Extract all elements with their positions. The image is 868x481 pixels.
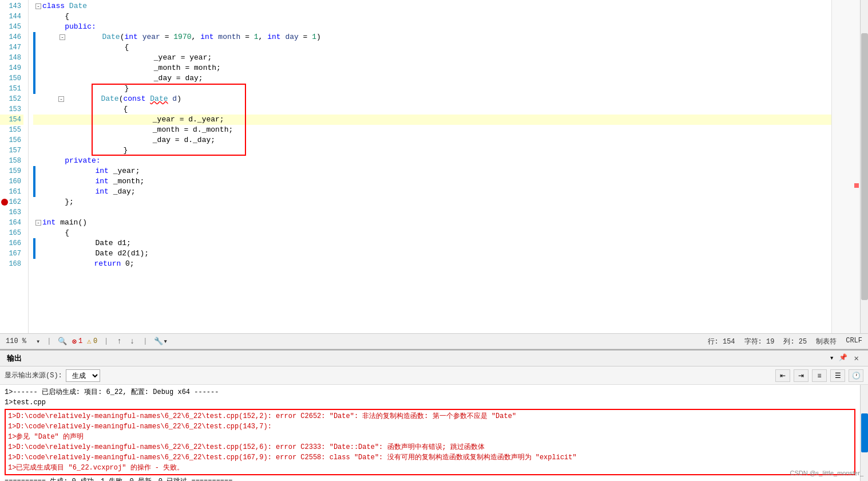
line-number-166: 166 <box>0 238 23 249</box>
output-error-box: 1>D:\code\relatively-meaningful-names\6_… <box>5 409 855 475</box>
code-line-151: } <box>33 84 831 94</box>
code-line-164: -int main() <box>33 218 831 228</box>
code-content[interactable]: -class Date { public:- Date(int year = 1… <box>29 0 831 333</box>
line-number-163: 163 <box>0 207 23 218</box>
output-pin-btn[interactable]: 📌 <box>837 353 850 363</box>
fold-icon-152[interactable]: - <box>58 96 64 102</box>
error-count[interactable]: ⊗ 1 <box>72 337 82 346</box>
code-line-163 <box>33 207 831 218</box>
minimap <box>831 0 860 333</box>
output-error-line: 1>已完成生成项目 "6_22.vcxproj" 的操作 - 失败。 <box>8 463 852 473</box>
code-line-144: { <box>33 11 831 22</box>
output-dropdown-btn[interactable]: ▾ <box>830 353 834 363</box>
line-number-161: 161 <box>0 187 23 197</box>
code-line-143: -class Date <box>33 1 831 11</box>
code-line-145: public: <box>33 22 831 32</box>
output-line: 1>test.cpp <box>5 397 855 408</box>
code-line-162: }; <box>33 197 831 207</box>
output-panel: 输出 ▾ 📌 ✕ 显示输出来源(S): 生成 ⇤ ⇥ ≡ ☰ 🕐 1>-----… <box>0 349 868 481</box>
toolbar-btn-2[interactable]: ⇥ <box>794 369 808 382</box>
code-line-167: Date d2(d1); <box>33 249 831 259</box>
minimap-error-marker <box>854 183 859 188</box>
line-number-143: 143 <box>0 1 23 11</box>
line-number-154: 154 <box>0 115 23 125</box>
line-number-160: 160 <box>0 176 23 187</box>
blue-bar <box>33 187 35 197</box>
toolbar-btn-3[interactable]: ≡ <box>812 369 827 382</box>
status-bar: 110 % ▾ | 🔍 ⊗ 1 ⚠ 0 | ↑ ↓ | 🔧▾ 行: 154 字符… <box>0 333 868 349</box>
line-number-165: 165 <box>0 228 23 238</box>
status-char: 字符: 19 <box>744 337 775 346</box>
error-dot <box>1 199 8 206</box>
line-number-152: 152 <box>0 94 23 104</box>
output-content: 1>------ 已启动生成: 项目: 6_22, 配置: Debug x64 … <box>0 385 860 481</box>
fold-icon-146[interactable]: - <box>60 34 65 40</box>
code-line-158: private: <box>33 156 831 166</box>
output-line: 1>------ 已启动生成: 项目: 6_22, 配置: Debug x64 … <box>5 387 855 397</box>
output-panel-header: 输出 ▾ 📌 ✕ <box>0 350 868 366</box>
blue-bar <box>33 84 35 94</box>
code-line-156: _day = d._day; <box>33 135 831 145</box>
blue-bar <box>33 166 35 176</box>
output-close-btn[interactable]: ✕ <box>852 353 861 363</box>
output-scrollbar-thumb <box>861 413 868 452</box>
line-number-168: 168 <box>0 259 23 269</box>
fold-icon-164[interactable]: - <box>35 220 41 226</box>
code-line-155: _month = d._month; <box>33 125 831 135</box>
toolbar-btn-1[interactable]: ⇤ <box>775 369 790 382</box>
output-footer-line: ========== 生成: 0 成功，1 失败，0 最新，0 已跳过 ====… <box>5 476 855 481</box>
nav-up-arrow[interactable]: ↑ <box>115 337 123 346</box>
zoom-level[interactable]: 110 % <box>6 337 31 345</box>
output-error-line: 1>D:\code\relatively-meaningful-names\6_… <box>8 452 852 463</box>
line-number-158: 158 <box>0 156 23 166</box>
editor-scrollbar[interactable] <box>860 0 868 333</box>
blue-bar <box>33 238 35 249</box>
output-error-line: 1>参见 "Date" 的声明 <box>8 432 852 442</box>
line-number-159: 159 <box>0 166 23 176</box>
code-line-154: _year = d._year; <box>33 115 831 125</box>
output-error-line: 1>D:\code\relatively-meaningful-names\6_… <box>8 421 852 432</box>
line-number-162: 162 <box>0 197 23 207</box>
line-number-153: 153 <box>0 104 23 115</box>
output-error-line: 1>D:\code\relatively-meaningful-names\6_… <box>8 442 852 452</box>
code-line-149: _month = month; <box>33 63 831 73</box>
source-label: 显示输出来源(S): <box>5 370 62 380</box>
line-number-164: 164 <box>0 218 23 228</box>
code-line-161: int _day; <box>33 187 831 197</box>
code-line-150: _day = day; <box>33 73 831 84</box>
nav-down-arrow[interactable]: ↓ <box>128 337 136 346</box>
line-number-145: 145 <box>0 22 23 32</box>
output-title: 输出 <box>7 353 22 364</box>
line-number-150: 150 <box>0 73 23 84</box>
code-line-159: int _year; <box>33 166 831 176</box>
fold-icon-143[interactable]: - <box>35 3 41 9</box>
output-scrollbar[interactable] <box>860 385 868 481</box>
source-select[interactable]: 生成 <box>66 369 100 382</box>
line-number-156: 156 <box>0 135 23 145</box>
output-error-line: 1>D:\code\relatively-meaningful-names\6_… <box>8 411 852 421</box>
output-header-controls: ▾ 📌 ✕ <box>830 353 861 363</box>
line-number-144: 144 <box>0 11 23 22</box>
status-mode: 制表符 <box>816 337 837 346</box>
line-number-148: 148 <box>0 53 23 63</box>
code-line-166: Date d1; <box>33 238 831 249</box>
line-number-167: 167 <box>0 249 23 259</box>
blue-bar <box>33 63 35 73</box>
zoom-dropdown[interactable]: ▾ <box>36 337 40 346</box>
code-container: 1431441451461471481491501511521531541551… <box>0 0 868 333</box>
code-line-165: { <box>33 228 831 238</box>
blue-bar <box>33 32 35 42</box>
line-number-157: 157 <box>0 145 23 156</box>
status-encoding: CRLF <box>846 337 862 346</box>
line-number-155: 155 <box>0 125 23 135</box>
blue-bar <box>33 42 35 53</box>
filter-dropdown-btn[interactable]: 🔧▾ <box>154 337 168 346</box>
editor-area: 1431441451461471481491501511521531541551… <box>0 0 868 349</box>
editor-scrollbar-thumb <box>861 33 868 300</box>
toolbar-btn-5[interactable]: 🕐 <box>849 369 863 382</box>
status-col: 列: 25 <box>783 337 807 346</box>
status-right: 行: 154 字符: 19 列: 25 制表符 CRLF <box>708 337 862 346</box>
warning-count[interactable]: ⚠ 0 <box>87 337 97 346</box>
output-body: 1>------ 已启动生成: 项目: 6_22, 配置: Debug x64 … <box>0 385 868 481</box>
toolbar-btn-4[interactable]: ☰ <box>830 369 845 382</box>
